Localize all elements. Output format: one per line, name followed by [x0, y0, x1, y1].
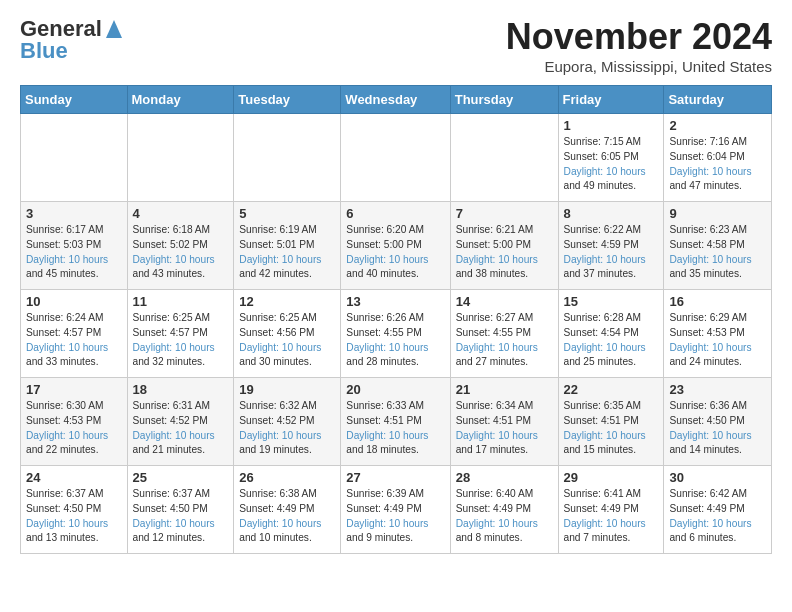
calendar-cell: 6Sunrise: 6:20 AMSunset: 5:00 PMDaylight… [341, 202, 450, 290]
calendar-cell: 23Sunrise: 6:36 AMSunset: 4:50 PMDayligh… [664, 378, 772, 466]
calendar-week-1: 1Sunrise: 7:15 AMSunset: 6:05 PMDaylight… [21, 114, 772, 202]
calendar-cell [127, 114, 234, 202]
calendar-cell: 27Sunrise: 6:39 AMSunset: 4:49 PMDayligh… [341, 466, 450, 554]
cell-text: Sunrise: 6:28 AMSunset: 4:54 PMDaylight:… [564, 311, 659, 370]
calendar-cell: 7Sunrise: 6:21 AMSunset: 5:00 PMDaylight… [450, 202, 558, 290]
calendar-week-4: 17Sunrise: 6:30 AMSunset: 4:53 PMDayligh… [21, 378, 772, 466]
cell-text: Sunrise: 6:41 AMSunset: 4:49 PMDaylight:… [564, 487, 659, 546]
day-number: 3 [26, 206, 122, 221]
logo: General Blue [20, 16, 124, 64]
day-number: 10 [26, 294, 122, 309]
day-number: 27 [346, 470, 444, 485]
cell-text: Sunrise: 6:24 AMSunset: 4:57 PMDaylight:… [26, 311, 122, 370]
day-number: 1 [564, 118, 659, 133]
day-number: 21 [456, 382, 553, 397]
calendar-header: Sunday Monday Tuesday Wednesday Thursday… [21, 86, 772, 114]
cell-text: Sunrise: 6:38 AMSunset: 4:49 PMDaylight:… [239, 487, 335, 546]
day-number: 8 [564, 206, 659, 221]
col-friday: Friday [558, 86, 664, 114]
calendar-cell: 20Sunrise: 6:33 AMSunset: 4:51 PMDayligh… [341, 378, 450, 466]
col-thursday: Thursday [450, 86, 558, 114]
cell-text: Sunrise: 6:42 AMSunset: 4:49 PMDaylight:… [669, 487, 766, 546]
calendar-cell: 22Sunrise: 6:35 AMSunset: 4:51 PMDayligh… [558, 378, 664, 466]
svg-marker-0 [106, 20, 122, 38]
cell-text: Sunrise: 6:32 AMSunset: 4:52 PMDaylight:… [239, 399, 335, 458]
day-number: 18 [133, 382, 229, 397]
page-container: General Blue November 2024 Eupora, Missi… [0, 0, 792, 570]
cell-text: Sunrise: 6:29 AMSunset: 4:53 PMDaylight:… [669, 311, 766, 370]
day-number: 2 [669, 118, 766, 133]
month-title: November 2024 [506, 16, 772, 58]
cell-text: Sunrise: 6:37 AMSunset: 4:50 PMDaylight:… [26, 487, 122, 546]
calendar-cell: 19Sunrise: 6:32 AMSunset: 4:52 PMDayligh… [234, 378, 341, 466]
cell-text: Sunrise: 6:25 AMSunset: 4:56 PMDaylight:… [239, 311, 335, 370]
calendar-cell: 11Sunrise: 6:25 AMSunset: 4:57 PMDayligh… [127, 290, 234, 378]
cell-text: Sunrise: 6:33 AMSunset: 4:51 PMDaylight:… [346, 399, 444, 458]
calendar-cell: 30Sunrise: 6:42 AMSunset: 4:49 PMDayligh… [664, 466, 772, 554]
calendar-cell: 24Sunrise: 6:37 AMSunset: 4:50 PMDayligh… [21, 466, 128, 554]
calendar-cell: 29Sunrise: 6:41 AMSunset: 4:49 PMDayligh… [558, 466, 664, 554]
day-number: 22 [564, 382, 659, 397]
cell-text: Sunrise: 7:15 AMSunset: 6:05 PMDaylight:… [564, 135, 659, 194]
day-number: 4 [133, 206, 229, 221]
day-number: 14 [456, 294, 553, 309]
logo-blue: Blue [20, 38, 68, 64]
cell-text: Sunrise: 6:30 AMSunset: 4:53 PMDaylight:… [26, 399, 122, 458]
calendar-week-3: 10Sunrise: 6:24 AMSunset: 4:57 PMDayligh… [21, 290, 772, 378]
day-number: 24 [26, 470, 122, 485]
calendar-cell: 28Sunrise: 6:40 AMSunset: 4:49 PMDayligh… [450, 466, 558, 554]
day-number: 17 [26, 382, 122, 397]
cell-text: Sunrise: 6:31 AMSunset: 4:52 PMDaylight:… [133, 399, 229, 458]
cell-text: Sunrise: 6:21 AMSunset: 5:00 PMDaylight:… [456, 223, 553, 282]
day-number: 13 [346, 294, 444, 309]
calendar-cell: 5Sunrise: 6:19 AMSunset: 5:01 PMDaylight… [234, 202, 341, 290]
cell-text: Sunrise: 6:35 AMSunset: 4:51 PMDaylight:… [564, 399, 659, 458]
cell-text: Sunrise: 6:25 AMSunset: 4:57 PMDaylight:… [133, 311, 229, 370]
day-number: 12 [239, 294, 335, 309]
day-number: 29 [564, 470, 659, 485]
calendar-cell: 9Sunrise: 6:23 AMSunset: 4:58 PMDaylight… [664, 202, 772, 290]
day-number: 11 [133, 294, 229, 309]
calendar-cell: 26Sunrise: 6:38 AMSunset: 4:49 PMDayligh… [234, 466, 341, 554]
calendar-cell [450, 114, 558, 202]
cell-text: Sunrise: 6:23 AMSunset: 4:58 PMDaylight:… [669, 223, 766, 282]
col-monday: Monday [127, 86, 234, 114]
calendar-week-2: 3Sunrise: 6:17 AMSunset: 5:03 PMDaylight… [21, 202, 772, 290]
day-number: 5 [239, 206, 335, 221]
calendar-cell: 10Sunrise: 6:24 AMSunset: 4:57 PMDayligh… [21, 290, 128, 378]
calendar-cell: 16Sunrise: 6:29 AMSunset: 4:53 PMDayligh… [664, 290, 772, 378]
calendar-cell: 3Sunrise: 6:17 AMSunset: 5:03 PMDaylight… [21, 202, 128, 290]
cell-text: Sunrise: 6:39 AMSunset: 4:49 PMDaylight:… [346, 487, 444, 546]
day-number: 9 [669, 206, 766, 221]
calendar-cell: 15Sunrise: 6:28 AMSunset: 4:54 PMDayligh… [558, 290, 664, 378]
day-number: 20 [346, 382, 444, 397]
calendar-cell: 25Sunrise: 6:37 AMSunset: 4:50 PMDayligh… [127, 466, 234, 554]
cell-text: Sunrise: 6:18 AMSunset: 5:02 PMDaylight:… [133, 223, 229, 282]
calendar-cell: 18Sunrise: 6:31 AMSunset: 4:52 PMDayligh… [127, 378, 234, 466]
calendar-cell [341, 114, 450, 202]
calendar-cell [234, 114, 341, 202]
col-tuesday: Tuesday [234, 86, 341, 114]
calendar-cell: 14Sunrise: 6:27 AMSunset: 4:55 PMDayligh… [450, 290, 558, 378]
col-wednesday: Wednesday [341, 86, 450, 114]
cell-text: Sunrise: 6:34 AMSunset: 4:51 PMDaylight:… [456, 399, 553, 458]
calendar-cell: 2Sunrise: 7:16 AMSunset: 6:04 PMDaylight… [664, 114, 772, 202]
calendar-cell: 4Sunrise: 6:18 AMSunset: 5:02 PMDaylight… [127, 202, 234, 290]
col-saturday: Saturday [664, 86, 772, 114]
cell-text: Sunrise: 6:22 AMSunset: 4:59 PMDaylight:… [564, 223, 659, 282]
day-number: 30 [669, 470, 766, 485]
day-number: 28 [456, 470, 553, 485]
cell-text: Sunrise: 6:36 AMSunset: 4:50 PMDaylight:… [669, 399, 766, 458]
calendar-cell: 13Sunrise: 6:26 AMSunset: 4:55 PMDayligh… [341, 290, 450, 378]
day-number: 25 [133, 470, 229, 485]
day-number: 23 [669, 382, 766, 397]
day-number: 19 [239, 382, 335, 397]
cell-text: Sunrise: 6:26 AMSunset: 4:55 PMDaylight:… [346, 311, 444, 370]
calendar-cell: 21Sunrise: 6:34 AMSunset: 4:51 PMDayligh… [450, 378, 558, 466]
cell-text: Sunrise: 6:37 AMSunset: 4:50 PMDaylight:… [133, 487, 229, 546]
cell-text: Sunrise: 6:19 AMSunset: 5:01 PMDaylight:… [239, 223, 335, 282]
cell-text: Sunrise: 6:20 AMSunset: 5:00 PMDaylight:… [346, 223, 444, 282]
cell-text: Sunrise: 6:17 AMSunset: 5:03 PMDaylight:… [26, 223, 122, 282]
col-sunday: Sunday [21, 86, 128, 114]
day-number: 7 [456, 206, 553, 221]
